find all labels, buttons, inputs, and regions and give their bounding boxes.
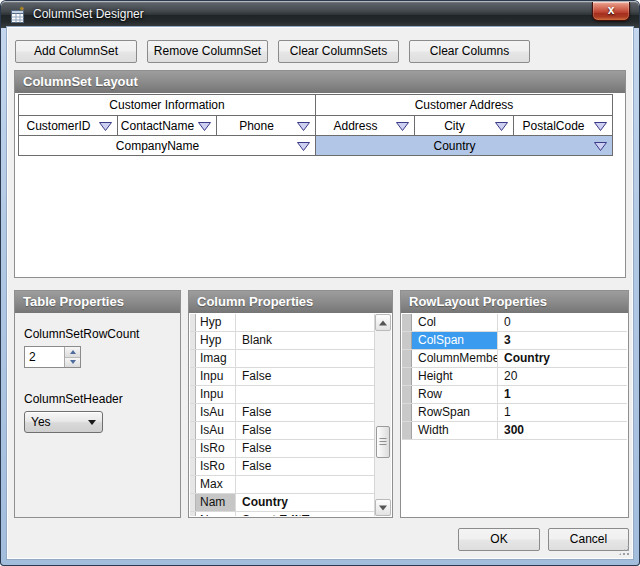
column-properties-panel: Column Properties Hyp HypBlank Imag Inpu… (188, 290, 393, 518)
property-row[interactable]: Max (190, 476, 374, 494)
group-header-customer-address[interactable]: Customer Address (316, 95, 613, 116)
clear-columns-button[interactable]: Clear Columns (409, 40, 530, 63)
property-row-name-current[interactable]: NamCountry (190, 494, 374, 512)
span-cell-companyname[interactable]: CompanyName (19, 136, 316, 156)
group-header-customer-information[interactable]: Customer Information (19, 95, 316, 116)
span-cell-country-selected[interactable]: Country (316, 136, 613, 156)
columnsetheader-dropdown[interactable]: Yes (24, 411, 103, 433)
property-value[interactable]: False (236, 368, 374, 385)
property-name: Imag (196, 350, 236, 367)
property-value[interactable]: 3 (498, 332, 627, 349)
add-columnset-button[interactable]: Add ColumnSet (15, 40, 137, 63)
property-value[interactable]: Blank (236, 332, 374, 349)
property-row-colspan-selected[interactable]: ColSpan3 (402, 332, 627, 350)
columnsetheader-label: ColumnSetHeader (24, 392, 171, 406)
column-cell-city[interactable]: City (415, 116, 514, 136)
property-value[interactable]: False (236, 422, 374, 439)
rowlayout-properties-header: RowLayout Properties (401, 291, 628, 313)
clear-columnsets-button[interactable]: Clear ColumnSets (278, 40, 399, 63)
property-value[interactable]: Country (498, 350, 627, 367)
property-value[interactable] (236, 386, 374, 403)
scrollbar-thumb[interactable] (376, 426, 390, 458)
table-properties-header: Table Properties (15, 291, 180, 313)
property-value[interactable]: Smart EditT (236, 512, 374, 516)
scroll-up-button[interactable] (375, 314, 391, 331)
property-value[interactable] (236, 476, 374, 493)
property-row-partial[interactable]: NuSmart EditT (190, 512, 374, 516)
property-name: ColSpan (412, 332, 498, 349)
property-name: Hyp (196, 332, 236, 349)
property-name: Hyp (196, 314, 236, 331)
dropdown-filter-icon[interactable] (594, 122, 607, 131)
property-row[interactable]: IsRoFalse (190, 458, 374, 476)
property-row[interactable]: InpuFalse (190, 368, 374, 386)
close-button[interactable]: x (592, 2, 630, 21)
dropdown-filter-icon[interactable] (99, 122, 112, 131)
property-row[interactable]: HypBlank (190, 332, 374, 350)
svg-text:*: * (20, 6, 24, 15)
column-cell-customerid[interactable]: CustomerID (19, 116, 118, 136)
property-value[interactable]: 0 (498, 314, 627, 331)
property-row-height[interactable]: Height20 (402, 368, 627, 386)
close-icon: x (608, 3, 615, 17)
cancel-button[interactable]: Cancel (548, 528, 629, 551)
property-row[interactable]: Imag (190, 350, 374, 368)
columnsetrowcount-stepper[interactable]: 2 (24, 346, 81, 368)
property-row[interactable]: Inpu (190, 386, 374, 404)
property-name: IsRo (196, 458, 236, 475)
dropdown-filter-icon[interactable] (396, 122, 409, 131)
down-arrow-icon (379, 505, 387, 510)
property-value[interactable] (236, 314, 374, 331)
column-cell-contactname[interactable]: ContactName (118, 116, 217, 136)
table-properties-panel: Table Properties ColumnSetRowCount 2 Col… (14, 290, 181, 518)
column-cell-address[interactable]: Address (316, 116, 415, 136)
property-value[interactable]: 1 (498, 404, 627, 421)
property-name: ColumnMember (412, 350, 498, 367)
property-row[interactable]: Hyp (190, 314, 374, 332)
column-properties-header: Column Properties (189, 291, 392, 313)
columnsetheader-value: Yes (31, 415, 51, 429)
columnset-layout-panel: ColumnSet Layout Customer Information Cu… (14, 70, 626, 278)
property-name: RowSpan (412, 404, 498, 421)
columnsetrowcount-value[interactable]: 2 (25, 347, 64, 367)
dropdown-filter-icon[interactable] (495, 122, 508, 131)
property-name: Col (412, 314, 498, 331)
dropdown-filter-icon[interactable] (297, 142, 310, 151)
property-row-row[interactable]: Row1 (402, 386, 627, 404)
property-row-width[interactable]: Width300 (402, 422, 627, 440)
property-name: IsRo (196, 440, 236, 457)
property-value[interactable] (236, 350, 374, 367)
property-value[interactable]: False (236, 458, 374, 475)
property-name: Nam (196, 494, 236, 511)
title-bar[interactable]: * ColumnSet Designer x (1, 1, 639, 28)
dropdown-filter-icon[interactable] (198, 122, 211, 131)
property-value[interactable]: Country (236, 494, 374, 511)
property-value[interactable]: 1 (498, 386, 627, 403)
property-row-rowspan[interactable]: RowSpan1 (402, 404, 627, 422)
property-value[interactable]: 300 (498, 422, 627, 439)
columnset-grid: Customer Information Customer Address Cu… (18, 94, 613, 156)
property-row[interactable]: IsRoFalse (190, 440, 374, 458)
column-cell-postalcode[interactable]: PostalCode (514, 116, 613, 136)
property-row[interactable]: IsAuFalse (190, 404, 374, 422)
column-properties-grid: Hyp HypBlank Imag InpuFalse Inpu IsAuFal… (190, 314, 374, 516)
vertical-scrollbar[interactable] (374, 314, 391, 516)
property-name: IsAu (196, 404, 236, 421)
property-value[interactable]: False (236, 404, 374, 421)
scroll-down-button[interactable] (375, 499, 391, 516)
property-value[interactable]: False (236, 440, 374, 457)
chevron-down-icon (88, 420, 96, 425)
property-value[interactable]: 20 (498, 368, 627, 385)
property-row-col[interactable]: Col0 (402, 314, 627, 332)
spin-down-button[interactable] (65, 357, 80, 368)
spin-up-button[interactable] (65, 347, 80, 357)
dropdown-filter-icon[interactable] (594, 142, 607, 151)
ok-button[interactable]: OK (458, 528, 540, 551)
property-row-columnmember[interactable]: ColumnMemberCountry (402, 350, 627, 368)
column-cell-phone[interactable]: Phone (217, 116, 316, 136)
property-name: Row (412, 386, 498, 403)
property-name: IsAu (196, 422, 236, 439)
property-row[interactable]: IsAuFalse (190, 422, 374, 440)
dropdown-filter-icon[interactable] (297, 122, 310, 131)
remove-columnset-button[interactable]: Remove ColumnSet (147, 40, 268, 63)
